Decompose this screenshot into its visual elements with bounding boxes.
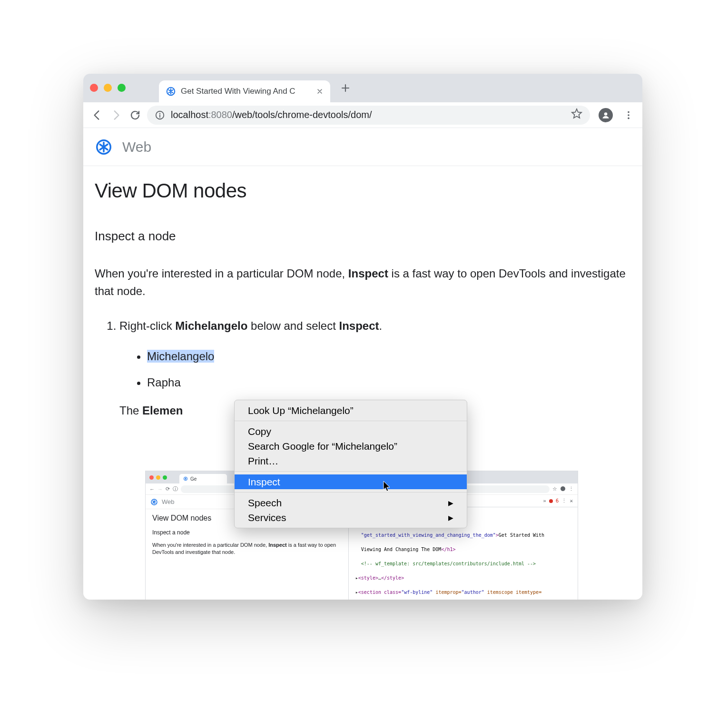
tab-close-icon[interactable] [316,88,324,95]
browser-window: Get Started With Viewing And C localhost… [83,74,642,600]
context-menu-search[interactable]: Search Google for “Michelangelo” [235,439,467,454]
window-controls[interactable] [90,84,126,92]
svg-point-6 [628,117,630,119]
close-window-icon[interactable] [90,84,98,92]
context-menu-speech[interactable]: Speech▶ [235,495,467,510]
page-content: View DOM nodes Inspect a node When you'r… [83,166,642,600]
maximize-window-icon[interactable] [118,84,126,92]
close-window-icon [149,475,154,480]
back-button[interactable] [90,108,104,122]
browser-toolbar: localhost:8080/web/tools/chrome-devtools… [83,102,642,128]
context-menu-services[interactable]: Services▶ [235,510,467,525]
menu-icon: ⋮ [569,486,574,492]
example-list: Michelangelo Rapha [119,347,631,391]
site-logo-icon [95,138,113,156]
context-menu: Look Up “Michelangelo” Copy Search Googl… [234,400,467,528]
url-path: /web/tools/chrome-devtools/dom/ [232,109,372,120]
error-indicator-icon [549,499,553,503]
svg-point-7 [561,486,565,491]
svg-point-5 [628,114,630,116]
devtools-more: » 6 ⋮ ✕ [543,498,573,504]
site-info-icon: ⓘ [173,485,178,493]
section-title: Inspect a node [95,229,631,244]
url-port: :8080 [208,109,232,120]
svg-point-4 [628,111,630,113]
bookmark-star-icon: ☆ [552,486,557,492]
minimize-window-icon [156,475,160,480]
profile-icon [560,486,566,493]
menu-icon: ⋮ [561,498,567,504]
page-title: View DOM nodes [95,179,631,202]
browser-tab[interactable]: Get Started With Viewing And C [159,80,330,102]
embedded-h2: Inspect a node [152,529,342,536]
reload-button[interactable] [128,108,142,122]
svg-point-3 [604,112,608,116]
address-bar[interactable]: localhost:8080/web/tools/chrome-devtools… [147,106,590,125]
context-menu-copy[interactable]: Copy [235,424,467,439]
submenu-arrow-icon: ▶ [448,499,453,507]
site-info-icon[interactable] [155,110,165,120]
menu-separator [235,421,467,421]
menu-separator [235,471,467,472]
embedded-window-controls [149,475,167,480]
tab-favicon-icon [166,86,176,97]
site-header: Web [83,128,642,166]
embedded-paragraph: When you're interested in a particular D… [152,542,342,556]
intro-paragraph: When you're interested in a particular D… [95,265,631,300]
url-host: localhost [171,109,208,120]
tab-strip: Get Started With Viewing And C [83,74,642,102]
back-icon: ← [149,486,155,492]
site-name: Web [122,139,151,155]
svg-point-2 [159,113,160,114]
profile-avatar-icon[interactable] [599,108,613,122]
submenu-arrow-icon: ▶ [448,514,453,522]
new-tab-button[interactable] [340,82,351,96]
list-item[interactable]: Michelangelo [147,347,631,365]
url-text: localhost:8080/web/tools/chrome-devtools… [171,109,372,120]
reload-icon: ⟳ [166,486,170,492]
forward-icon: → [157,486,163,492]
context-menu-lookup[interactable]: Look Up “Michelangelo” [235,403,467,418]
close-icon: ✕ [570,498,573,504]
forward-button[interactable] [109,108,123,122]
minimize-window-icon[interactable] [104,84,112,92]
maximize-window-icon [163,475,167,480]
menu-separator [235,492,467,493]
browser-menu-icon[interactable] [621,108,636,122]
context-menu-print[interactable]: Print… [235,454,467,468]
bookmark-star-icon[interactable] [571,108,582,122]
context-menu-inspect[interactable]: Inspect [235,474,467,489]
embedded-tab: Ge [179,474,227,483]
list-item[interactable]: Rapha [147,374,631,391]
tab-title: Get Started With Viewing And C [181,87,311,96]
